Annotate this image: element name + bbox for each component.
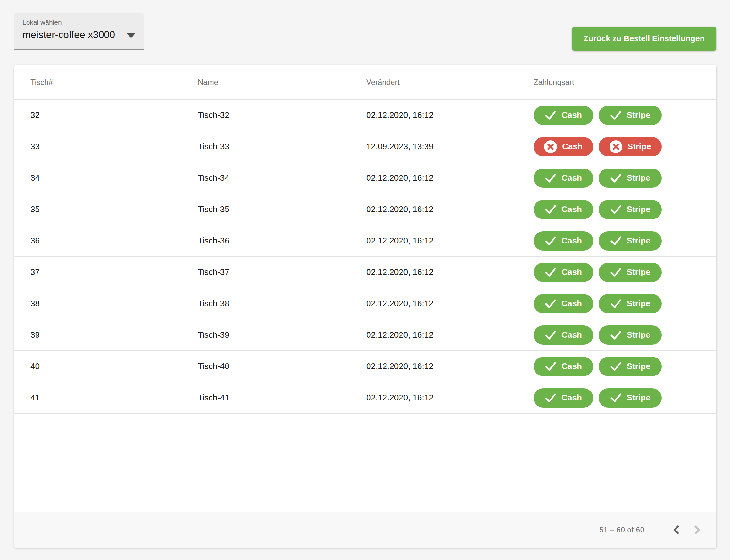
check-icon	[610, 330, 622, 340]
table-row: 38 Tisch-38 02.12.2020, 16:12 Cash Strip…	[14, 288, 716, 319]
stripe-toggle-button[interactable]: Stripe	[599, 137, 662, 156]
table-body: 32 Tisch-32 02.12.2020, 16:12 Cash Strip…	[14, 99, 716, 414]
check-icon	[610, 393, 622, 403]
check-icon	[610, 111, 622, 120]
stripe-toggle-button[interactable]: Stripe	[599, 357, 662, 376]
check-icon	[545, 205, 556, 214]
cell-name: Tisch-34	[198, 173, 366, 183]
cell-name: Tisch-38	[198, 299, 366, 309]
stripe-pill-label: Stripe	[627, 142, 651, 152]
cash-toggle-button[interactable]: Cash	[534, 137, 593, 156]
stripe-toggle-button[interactable]: Stripe	[599, 294, 662, 313]
back-to-order-settings-button[interactable]: Zurück zu Bestell Einstellungen	[572, 27, 716, 51]
cell-name: Tisch-32	[198, 110, 366, 120]
stripe-toggle-button[interactable]: Stripe	[599, 388, 662, 408]
check-icon	[610, 268, 622, 277]
cash-toggle-button[interactable]: Cash	[534, 263, 593, 282]
cell-payments: Cash Stripe	[534, 169, 716, 188]
cell-payments: Cash Stripe	[534, 325, 716, 345]
stripe-pill-label: Stripe	[627, 110, 651, 120]
cell-tisch-number: 38	[30, 299, 198, 309]
cash-toggle-button[interactable]: Cash	[534, 106, 593, 125]
check-icon	[545, 362, 556, 371]
stripe-pill-label: Stripe	[627, 330, 651, 340]
table-row: 36 Tisch-36 02.12.2020, 16:12 Cash Strip…	[14, 225, 716, 256]
chevron-left-icon	[671, 524, 682, 535]
cell-changed: 02.12.2020, 16:12	[366, 330, 534, 340]
cell-payments: Cash Stripe	[534, 137, 716, 156]
stripe-pill-label: Stripe	[627, 267, 651, 277]
column-header-veraendert: Verändert	[366, 78, 534, 87]
cell-changed: 12.09.2023, 13:39	[366, 142, 534, 152]
previous-page-button[interactable]	[667, 520, 687, 540]
stripe-toggle-button[interactable]: Stripe	[599, 231, 662, 251]
cell-tisch-number: 41	[30, 393, 198, 403]
cell-payments: Cash Stripe	[534, 106, 716, 125]
cash-pill-label: Cash	[561, 267, 582, 277]
check-icon	[545, 330, 556, 340]
pagination-bar: 51 – 60 of 60	[14, 512, 716, 548]
check-icon	[545, 111, 556, 120]
cash-pill-label: Cash	[561, 236, 582, 246]
check-icon	[610, 236, 622, 246]
cash-pill-label: Cash	[561, 110, 582, 120]
stripe-toggle-button[interactable]: Stripe	[599, 325, 662, 345]
cell-name: Tisch-41	[198, 393, 366, 403]
cell-changed: 02.12.2020, 16:12	[366, 299, 534, 309]
stripe-pill-label: Stripe	[627, 299, 651, 309]
cash-toggle-button[interactable]: Cash	[534, 388, 593, 408]
table-row: 40 Tisch-40 02.12.2020, 16:12 Cash Strip…	[14, 350, 716, 382]
cash-toggle-button[interactable]: Cash	[534, 231, 593, 251]
check-icon	[610, 173, 622, 183]
stripe-toggle-button[interactable]: Stripe	[599, 263, 662, 282]
table-row: 34 Tisch-34 02.12.2020, 16:12 Cash Strip…	[14, 162, 716, 194]
table-row: 35 Tisch-35 02.12.2020, 16:12 Cash Strip…	[14, 194, 716, 225]
cell-tisch-number: 37	[30, 267, 198, 277]
cash-pill-label: Cash	[561, 361, 582, 371]
table-row: 41 Tisch-41 02.12.2020, 16:12 Cash Strip…	[14, 382, 716, 413]
stripe-pill-label: Stripe	[627, 361, 651, 371]
cash-toggle-button[interactable]: Cash	[534, 200, 593, 219]
stripe-toggle-button[interactable]: Stripe	[599, 200, 662, 219]
check-icon	[545, 299, 556, 309]
cell-name: Tisch-40	[198, 361, 366, 371]
table-row: 39 Tisch-39 02.12.2020, 16:12 Cash Strip…	[14, 319, 716, 350]
cell-payments: Cash Stripe	[534, 357, 716, 376]
locale-select[interactable]: Lokal wählen meister-coffee x3000	[14, 13, 144, 50]
cash-toggle-button[interactable]: Cash	[534, 325, 593, 345]
table-row: 37 Tisch-37 02.12.2020, 16:12 Cash Strip…	[14, 256, 716, 288]
check-icon	[610, 362, 622, 371]
cash-toggle-button[interactable]: Cash	[534, 294, 593, 313]
cell-changed: 02.12.2020, 16:12	[366, 110, 534, 120]
stripe-toggle-button[interactable]: Stripe	[599, 169, 662, 188]
cell-changed: 02.12.2020, 16:12	[366, 361, 534, 371]
stripe-pill-label: Stripe	[627, 173, 651, 183]
cell-tisch-number: 33	[30, 142, 198, 152]
cell-name: Tisch-35	[198, 204, 366, 214]
cash-pill-label: Cash	[561, 299, 582, 309]
tables-card: Tisch# Name Verändert Zahlungsart 32 Tis…	[14, 65, 716, 548]
chevron-down-icon	[127, 33, 135, 38]
cell-name: Tisch-33	[198, 142, 366, 152]
cell-payments: Cash Stripe	[534, 294, 716, 313]
table-header-row: Tisch# Name Verändert Zahlungsart	[14, 65, 716, 99]
cell-tisch-number: 36	[30, 236, 198, 246]
stripe-pill-label: Stripe	[627, 393, 651, 403]
cell-payments: Cash Stripe	[534, 263, 716, 282]
cell-tisch-number: 35	[30, 204, 198, 214]
cell-name: Tisch-39	[198, 330, 366, 340]
column-header-name: Name	[198, 78, 366, 87]
stripe-toggle-button[interactable]: Stripe	[599, 106, 662, 125]
check-icon	[545, 268, 556, 277]
cell-name: Tisch-37	[198, 267, 366, 277]
cell-tisch-number: 32	[30, 110, 198, 120]
column-header-tisch: Tisch#	[30, 78, 198, 87]
cancel-circle-icon	[544, 140, 557, 153]
cell-tisch-number: 39	[30, 330, 198, 340]
cash-toggle-button[interactable]: Cash	[534, 357, 593, 376]
check-icon	[545, 236, 556, 246]
cash-pill-label: Cash	[562, 142, 583, 152]
cash-toggle-button[interactable]: Cash	[534, 169, 593, 188]
locale-select-label: Lokal wählen	[22, 18, 144, 26]
next-page-button[interactable]	[687, 520, 707, 540]
